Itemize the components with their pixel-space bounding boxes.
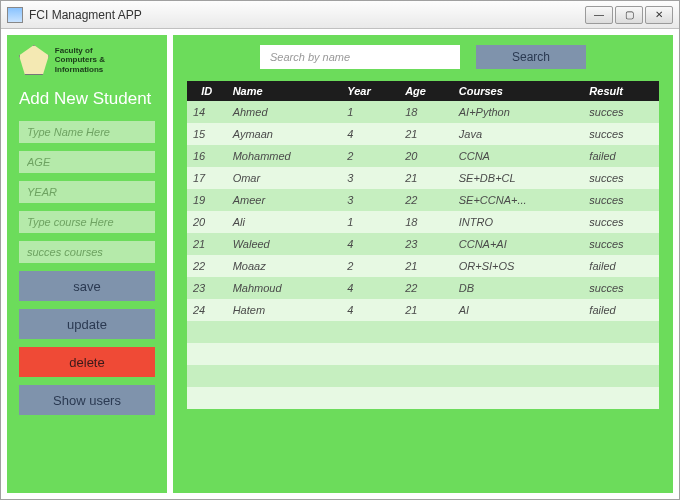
cell-result: failed bbox=[583, 145, 659, 167]
app-window: FCI Managment APP — ▢ ✕ Faculty of Compu… bbox=[0, 0, 680, 500]
cell-name: Mohammed bbox=[227, 145, 342, 167]
table-row-empty bbox=[187, 387, 659, 409]
cell-age: 21 bbox=[399, 123, 453, 145]
cell-courses: AI bbox=[453, 299, 584, 321]
age-field[interactable] bbox=[19, 151, 155, 173]
update-button[interactable]: update bbox=[19, 309, 155, 339]
table-row[interactable]: 14Ahmed118AI+Pythonsucces bbox=[187, 101, 659, 123]
cell-result: succes bbox=[583, 123, 659, 145]
table-row[interactable]: 15Aymaan421Javasucces bbox=[187, 123, 659, 145]
table-row[interactable]: 19Ameer322SE+CCNA+...succes bbox=[187, 189, 659, 211]
name-field[interactable] bbox=[19, 121, 155, 143]
cell-id: 24 bbox=[187, 299, 227, 321]
cell-name: Ahmed bbox=[227, 101, 342, 123]
table-row-empty bbox=[187, 365, 659, 387]
cell-courses: Java bbox=[453, 123, 584, 145]
cell-id: 15 bbox=[187, 123, 227, 145]
cell-age: 22 bbox=[399, 189, 453, 211]
cell-age: 18 bbox=[399, 211, 453, 233]
table-header-row: ID Name Year Age Courses Result bbox=[187, 81, 659, 101]
table-row[interactable]: 20Ali118INTROsucces bbox=[187, 211, 659, 233]
table-row[interactable]: 17Omar321SE+DB+CLsucces bbox=[187, 167, 659, 189]
cell-result: failed bbox=[583, 299, 659, 321]
table-row[interactable]: 22Moaaz221OR+SI+OSfailed bbox=[187, 255, 659, 277]
cell-result: succes bbox=[583, 189, 659, 211]
search-row: Search bbox=[187, 45, 659, 69]
minimize-button[interactable]: — bbox=[585, 6, 613, 24]
col-year[interactable]: Year bbox=[341, 81, 399, 101]
success-courses-field[interactable] bbox=[19, 241, 155, 263]
cell-id: 23 bbox=[187, 277, 227, 299]
cell-year: 1 bbox=[341, 101, 399, 123]
search-button[interactable]: Search bbox=[476, 45, 586, 69]
window-title: FCI Managment APP bbox=[29, 8, 142, 22]
cell-name: Ali bbox=[227, 211, 342, 233]
cell-year: 4 bbox=[341, 277, 399, 299]
cell-year: 1 bbox=[341, 211, 399, 233]
cell-year: 4 bbox=[341, 299, 399, 321]
cell-id: 22 bbox=[187, 255, 227, 277]
cell-result: succes bbox=[583, 277, 659, 299]
titlebar: FCI Managment APP — ▢ ✕ bbox=[1, 1, 679, 29]
cell-name: Mahmoud bbox=[227, 277, 342, 299]
logo: Faculty of Computers & Informations bbox=[19, 45, 155, 75]
close-button[interactable]: ✕ bbox=[645, 6, 673, 24]
table-row-empty bbox=[187, 321, 659, 343]
client-area: Faculty of Computers & Informations Add … bbox=[1, 29, 679, 499]
cell-result: succes bbox=[583, 101, 659, 123]
col-result[interactable]: Result bbox=[583, 81, 659, 101]
cell-name: Hatem bbox=[227, 299, 342, 321]
cell-name: Aymaan bbox=[227, 123, 342, 145]
cell-id: 17 bbox=[187, 167, 227, 189]
cell-result: succes bbox=[583, 167, 659, 189]
col-name[interactable]: Name bbox=[227, 81, 342, 101]
cell-courses: DB bbox=[453, 277, 584, 299]
cell-name: Ameer bbox=[227, 189, 342, 211]
col-courses[interactable]: Courses bbox=[453, 81, 584, 101]
year-field[interactable] bbox=[19, 181, 155, 203]
cell-id: 14 bbox=[187, 101, 227, 123]
cell-courses: CCNA bbox=[453, 145, 584, 167]
search-input[interactable] bbox=[260, 45, 460, 69]
cell-id: 20 bbox=[187, 211, 227, 233]
col-id[interactable]: ID bbox=[187, 81, 227, 101]
cell-year: 4 bbox=[341, 123, 399, 145]
cell-year: 3 bbox=[341, 167, 399, 189]
faculty-logo-icon bbox=[19, 45, 49, 75]
cell-result: failed bbox=[583, 255, 659, 277]
cell-name: Omar bbox=[227, 167, 342, 189]
sidebar-heading: Add New Student bbox=[19, 89, 155, 109]
app-icon bbox=[7, 7, 23, 23]
cell-id: 21 bbox=[187, 233, 227, 255]
cell-result: succes bbox=[583, 211, 659, 233]
table-row[interactable]: 21Waleed423CCNA+AIsucces bbox=[187, 233, 659, 255]
table-row[interactable]: 16Mohammed220CCNAfailed bbox=[187, 145, 659, 167]
course-field[interactable] bbox=[19, 211, 155, 233]
cell-age: 22 bbox=[399, 277, 453, 299]
main-panel: Search ID Name Year Age Courses Result bbox=[173, 35, 673, 493]
cell-result: succes bbox=[583, 233, 659, 255]
cell-courses: INTRO bbox=[453, 211, 584, 233]
cell-age: 23 bbox=[399, 233, 453, 255]
students-table: ID Name Year Age Courses Result 14Ahmed1… bbox=[187, 81, 659, 483]
table-row[interactable]: 24Hatem421AIfailed bbox=[187, 299, 659, 321]
col-age[interactable]: Age bbox=[399, 81, 453, 101]
cell-year: 4 bbox=[341, 233, 399, 255]
table-row[interactable]: 23Mahmoud422DBsucces bbox=[187, 277, 659, 299]
cell-courses: CCNA+AI bbox=[453, 233, 584, 255]
maximize-button[interactable]: ▢ bbox=[615, 6, 643, 24]
cell-courses: SE+CCNA+... bbox=[453, 189, 584, 211]
cell-year: 2 bbox=[341, 255, 399, 277]
cell-courses: OR+SI+OS bbox=[453, 255, 584, 277]
cell-courses: SE+DB+CL bbox=[453, 167, 584, 189]
logo-text: Faculty of Computers & Informations bbox=[55, 46, 155, 75]
cell-age: 21 bbox=[399, 167, 453, 189]
cell-age: 20 bbox=[399, 145, 453, 167]
cell-age: 21 bbox=[399, 299, 453, 321]
save-button[interactable]: save bbox=[19, 271, 155, 301]
table-row-empty bbox=[187, 343, 659, 365]
cell-year: 2 bbox=[341, 145, 399, 167]
show-users-button[interactable]: Show users bbox=[19, 385, 155, 415]
delete-button[interactable]: delete bbox=[19, 347, 155, 377]
logo-line1: Faculty of bbox=[55, 46, 155, 56]
